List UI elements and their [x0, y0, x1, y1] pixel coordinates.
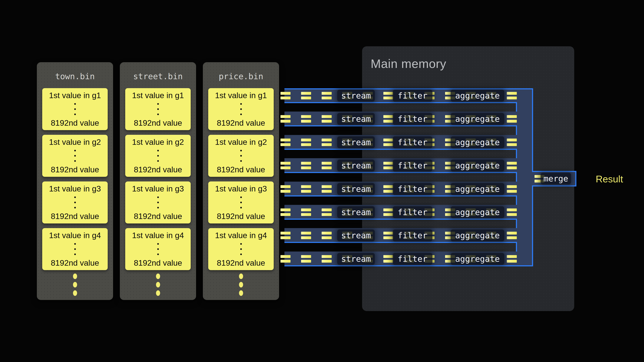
chunk-icon	[383, 139, 394, 146]
chunk-icon	[280, 255, 290, 263]
ellipsis-dots-icon	[74, 150, 76, 162]
pipeline-container: streamfilteraggregatestreamfilteraggrega…	[284, 88, 533, 266]
chunk-icon	[322, 255, 332, 263]
ellipsis-dots-icon	[74, 103, 76, 115]
value-group-cell: 1st value in g1 8192nd value	[125, 88, 191, 130]
stage-chip-aggregate: aggregate	[450, 136, 504, 148]
group-last-value: 8192nd value	[51, 259, 99, 267]
value-group-cell: 1st value in g4 8192nd value	[42, 228, 108, 270]
chunk-icon	[301, 232, 311, 239]
ellipsis-dots-icon	[157, 196, 159, 208]
chunk-icon	[301, 255, 311, 263]
chunk-icon	[280, 115, 290, 123]
group-last-value: 8192nd value	[51, 212, 99, 221]
chunk-icon	[301, 139, 311, 146]
merge-chip: merge	[540, 173, 571, 184]
chunk-icon	[322, 185, 332, 193]
chunk-icon	[507, 115, 517, 123]
pipeline-row: streamfilteraggregate	[284, 112, 533, 126]
pipeline-row: streamfilteraggregate	[284, 182, 533, 196]
pipeline-row: streamfilteraggregate	[284, 252, 533, 266]
stage-chip-stream: stream	[337, 253, 375, 265]
chunk-icon	[322, 208, 332, 216]
chunk-icon	[280, 92, 290, 99]
pipeline-row: streamfilteraggregate	[284, 88, 533, 103]
file-column: town.bin 1st value in g1 8192nd value 1s…	[37, 62, 113, 300]
chunk-icon	[280, 208, 290, 216]
pipeline-buffer	[284, 219, 517, 229]
chunk-icon	[322, 139, 332, 146]
value-group-cell: 1st value in g3 8192nd value	[125, 181, 191, 223]
ellipsis-dots-icon	[240, 150, 242, 162]
chunk-icon	[383, 185, 394, 193]
pipeline-buffer	[284, 149, 517, 159]
chunk-icon	[301, 208, 311, 216]
stage-chip-aggregate: aggregate	[450, 253, 504, 265]
chunk-icon	[507, 255, 517, 263]
group-last-value: 8192nd value	[217, 118, 265, 127]
ellipsis-dots-icon	[240, 243, 242, 255]
chunk-icon	[280, 232, 290, 239]
pipeline-right-border-lower	[532, 186, 533, 265]
stage-chip-aggregate: aggregate	[450, 183, 504, 195]
group-last-value: 8192nd value	[217, 212, 265, 221]
stage-chip-aggregate: aggregate	[450, 90, 504, 101]
stage-chip-aggregate: aggregate	[450, 230, 504, 241]
pipeline-buffer	[284, 102, 517, 113]
file-name: street.bin	[120, 71, 196, 81]
chunk-icon	[322, 162, 332, 169]
chunk-icon	[507, 139, 517, 146]
value-group-cell: 1st value in g2 8192nd value	[208, 135, 274, 177]
pipeline-row: streamfilteraggregate	[284, 228, 533, 243]
value-group-cell: 1st value in g2 8192nd value	[125, 135, 191, 177]
value-group-cell: 1st value in g4 8192nd value	[125, 228, 191, 270]
group-first-value: 1st value in g4	[132, 231, 184, 240]
stage-chip-stream: stream	[337, 90, 375, 101]
group-first-value: 1st value in g3	[215, 184, 267, 193]
merge-band: merge	[532, 171, 576, 186]
group-last-value: 8192nd value	[51, 118, 99, 127]
chunk-icon	[507, 208, 517, 216]
ellipsis-dots-icon	[74, 196, 76, 208]
value-group-cell: 1st value in g3 8192nd value	[208, 181, 274, 223]
group-first-value: 1st value in g1	[49, 91, 101, 100]
chunk-icon	[383, 92, 394, 99]
chunk-icon	[383, 255, 394, 263]
group-last-value: 8192nd value	[134, 118, 182, 127]
pipeline-bottom-border	[284, 265, 533, 266]
ellipsis-dots-icon	[157, 150, 159, 162]
group-first-value: 1st value in g1	[132, 91, 184, 100]
diagram-canvas: Main memory town.bin 1st value in g1 819…	[0, 0, 644, 362]
value-group-cell: 1st value in g2 8192nd value	[42, 135, 108, 177]
chunk-icon	[280, 139, 290, 146]
stage-chip-stream: stream	[337, 206, 375, 218]
group-last-value: 8192nd value	[51, 165, 99, 174]
ellipsis-dots-icon	[157, 103, 159, 115]
group-last-value: 8192nd value	[217, 165, 265, 174]
result-label: Result	[596, 173, 623, 184]
stage-chip-filter: filter	[393, 253, 432, 265]
stage-chip-stream: stream	[337, 183, 375, 195]
chunk-icon	[280, 185, 290, 193]
ellipsis-dots-icon	[240, 103, 242, 115]
pipeline-row: streamfilteraggregate	[284, 205, 533, 220]
group-first-value: 1st value in g3	[132, 184, 184, 193]
more-groups-ellipsis	[120, 274, 196, 296]
file-name: town.bin	[37, 71, 113, 81]
group-first-value: 1st value in g4	[49, 231, 101, 240]
stage-chip-stream: stream	[337, 136, 375, 148]
stage-chip-filter: filter	[393, 183, 432, 195]
chunk-icon	[322, 92, 332, 99]
more-groups-ellipsis	[203, 274, 279, 296]
group-last-value: 8192nd value	[134, 212, 182, 221]
stage-chip-filter: filter	[393, 90, 432, 101]
stage-chip-filter: filter	[393, 206, 432, 218]
pipeline-right-border-upper	[532, 89, 533, 171]
more-groups-ellipsis	[37, 274, 113, 296]
pipeline-buffer	[284, 195, 517, 206]
group-first-value: 1st value in g4	[215, 231, 267, 240]
main-memory-title: Main memory	[371, 57, 446, 71]
chunk-icon	[383, 232, 394, 239]
chunk-icon	[322, 115, 332, 123]
pipeline-row: streamfilteraggregate	[284, 158, 533, 173]
